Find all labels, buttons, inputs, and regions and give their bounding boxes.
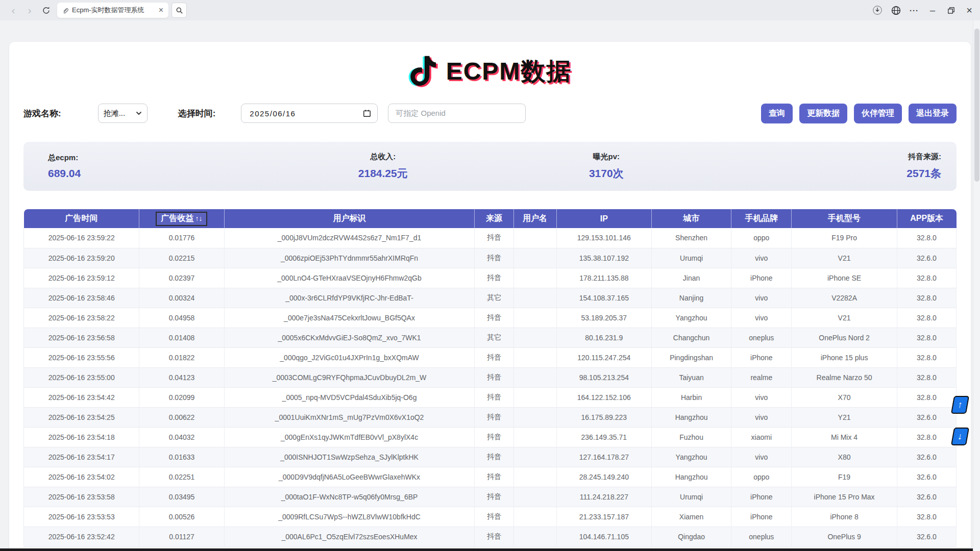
- partner-manage-button[interactable]: 伙伴管理: [854, 104, 902, 123]
- table-cell: 32.8.0: [897, 228, 956, 248]
- table-cell: 32.8.0: [897, 387, 956, 407]
- page-scrollbar-track[interactable]: [973, 20, 980, 551]
- table-cell: 2025-06-16 23:53:58: [24, 487, 139, 507]
- sort-control[interactable]: 广告收益↑↓: [156, 212, 207, 226]
- table-cell: 32.6.0: [897, 527, 956, 546]
- table-row: 2025-06-16 23:52:420.01127_000AL6Pc1_O5z…: [24, 527, 957, 546]
- forward-icon[interactable]: ›: [22, 3, 37, 17]
- download-icon[interactable]: [871, 4, 884, 17]
- calendar-icon[interactable]: [363, 109, 371, 117]
- col-source: 来源: [475, 209, 513, 228]
- table-cell: 抖音: [475, 447, 513, 467]
- refresh-icon[interactable]: [39, 3, 53, 17]
- date-value: 2025/06/16: [250, 109, 296, 118]
- stat-label: 抖音来源:: [718, 152, 942, 162]
- table-cell: 2025-06-16 23:54:25: [24, 407, 139, 427]
- query-button[interactable]: 查询: [761, 104, 793, 123]
- table-cell: 32.8.0: [897, 347, 956, 367]
- table-cell: 28.245.149.240: [556, 467, 651, 487]
- table-row: 2025-06-16 23:54:170.01633_000ISNHJOT1Sw…: [24, 447, 957, 467]
- table-cell: Hangzhou: [651, 467, 731, 487]
- table-cell: _000qgo_J2ViGc01u4JXPrIn1g_bxXQmAW: [224, 347, 475, 367]
- table-cell: 32.8.0: [897, 427, 956, 447]
- table-cell: 2025-06-16 23:58:46: [24, 288, 139, 308]
- table-cell: iPhone: [731, 268, 792, 288]
- table-cell: Qingdao: [651, 527, 731, 546]
- main-content-card: ECPM数据 游戏名称: 抢滩... 选择时间: 2025/06/16 可指定 …: [9, 42, 971, 551]
- table-cell: 32.8.0: [897, 308, 956, 328]
- sort-arrows-icon: ↑↓: [195, 214, 202, 222]
- table-cell: 0.04032: [139, 427, 224, 447]
- table-cell: Nanjing: [651, 288, 731, 308]
- table-cell: 2025-06-16 23:55:56: [24, 347, 139, 367]
- globe-icon[interactable]: [889, 4, 902, 17]
- table-cell: 104.146.71.105: [556, 527, 651, 546]
- game-select[interactable]: 抢滩...: [98, 104, 148, 123]
- table-cell: F19 Pro: [792, 228, 897, 248]
- col-ad-revenue-sortable[interactable]: 广告收益↑↓: [139, 209, 224, 228]
- scroll-to-top-button[interactable]: ↑: [951, 396, 969, 414]
- table-cell: _000e7je3sNa475CekxrltJowu_BGf5QAx: [224, 308, 475, 328]
- table-cell: _0001UuiKmXNr1mS_mUg7PzVm0X6vX1oQ2: [224, 407, 475, 427]
- close-window-icon[interactable]: ×: [963, 4, 976, 17]
- table-cell: 154.108.37.165: [556, 288, 651, 308]
- tab-close-icon[interactable]: ×: [158, 6, 164, 15]
- table-cell: Urumqi: [651, 487, 731, 507]
- openid-input[interactable]: 可指定 Openid: [388, 104, 526, 123]
- stat-label: 总ecpm:: [48, 153, 272, 163]
- table-cell: 抖音: [475, 507, 513, 527]
- table-cell: V2282A: [792, 288, 897, 308]
- page-scrollbar-thumb[interactable]: [974, 29, 979, 182]
- back-icon[interactable]: ‹: [6, 3, 20, 17]
- table-cell: 2025-06-16 23:52:42: [24, 527, 139, 546]
- table-cell: _000ISNHJOT1SwWzpSehza_SJylKlptkHK: [224, 447, 475, 467]
- table-cell: 2025-06-16 23:54:42: [24, 387, 139, 407]
- table-cell: Realme Narzo 50: [792, 367, 897, 387]
- table-row: 2025-06-16 23:54:420.02099_0005_npq-MVD5…: [24, 387, 957, 407]
- table-cell: X70: [792, 387, 897, 407]
- stat-exposure-pv: 曝光pv: 3170次: [495, 152, 718, 181]
- stat-total-income: 总收入: 2184.25元: [272, 152, 495, 181]
- table-cell: Pingdingshan: [651, 347, 731, 367]
- action-buttons: 查询 更新数据 伙伴管理 退出登录: [761, 104, 957, 123]
- table-cell: 抖音: [475, 427, 513, 447]
- table-cell: [513, 447, 556, 467]
- col-ad-time: 广告时间: [24, 209, 139, 228]
- table-cell: 178.211.135.88: [556, 268, 651, 288]
- stat-value: 2571条: [718, 166, 942, 181]
- table-cell: Hangzhou: [651, 407, 731, 427]
- table-cell: Yangzhou: [651, 308, 731, 328]
- table-cell: oppo: [731, 467, 792, 487]
- table-cell: Shenzhen: [651, 228, 731, 248]
- menu-ellipsis-icon[interactable]: ···: [908, 4, 921, 17]
- table-cell: Xiamen: [651, 507, 731, 527]
- table-cell: 2025-06-16 23:59:22: [24, 228, 139, 248]
- openid-placeholder: 可指定 Openid: [396, 109, 446, 118]
- browser-tab[interactable]: Ecpm-实时数据管理系统 ×: [57, 3, 168, 18]
- table-cell: 32.8.0: [897, 268, 956, 288]
- table-cell: 2025-06-16 23:59:20: [24, 248, 139, 268]
- table-cell: Taiyuan: [651, 367, 731, 387]
- restore-icon[interactable]: [944, 4, 958, 17]
- table-cell: _0005x6CKxMdvvGiEJ-So8QmZ_xvo_7WK1: [224, 328, 475, 347]
- logout-button[interactable]: 退出登录: [909, 104, 957, 123]
- table-cell: 0.04123: [139, 367, 224, 387]
- scroll-to-bottom-button[interactable]: ↓: [951, 428, 969, 445]
- table-cell: [513, 347, 556, 367]
- table-cell: iPhone 15 plus: [792, 347, 897, 367]
- search-button[interactable]: [172, 3, 187, 18]
- table-cell: 129.153.101.146: [556, 228, 651, 248]
- table-cell: [513, 467, 556, 487]
- table-cell: 0.01408: [139, 328, 224, 347]
- stat-value: 2184.25元: [272, 166, 495, 181]
- table-cell: 0.04958: [139, 308, 224, 328]
- table-row: 2025-06-16 23:53:530.00526_0009RfLCSu7Wp…: [24, 507, 957, 527]
- update-data-button[interactable]: 更新数据: [799, 104, 847, 123]
- table-cell: 抖音: [475, 248, 513, 268]
- table-cell: 32.8.0: [897, 328, 956, 347]
- date-input[interactable]: 2025/06/16: [241, 104, 378, 123]
- table-cell: Y21: [792, 407, 897, 427]
- table-cell: 21.233.157.187: [556, 507, 651, 527]
- minimize-icon[interactable]: –: [926, 4, 939, 17]
- table-cell: iPhone: [731, 347, 792, 367]
